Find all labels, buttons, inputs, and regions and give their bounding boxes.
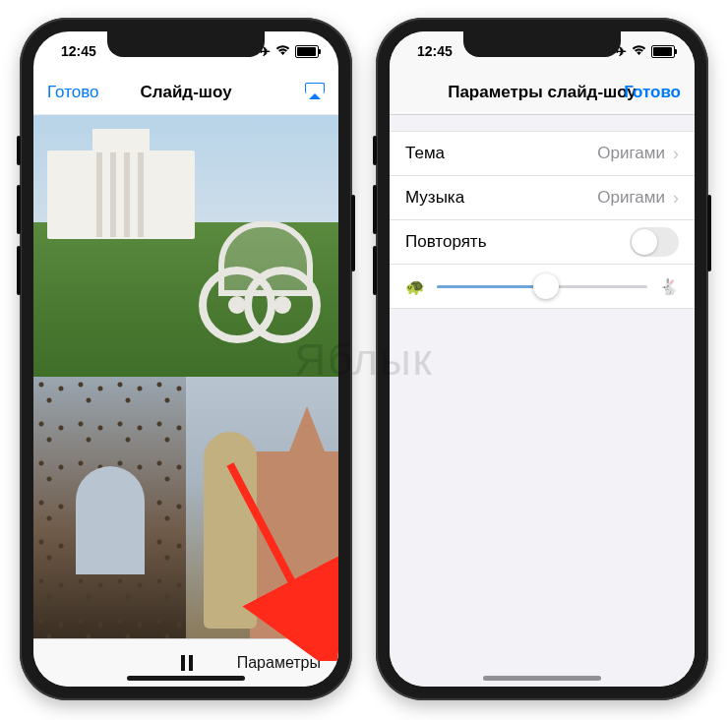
phone-right: 12:45 ✈︎ Параметры слайд-шоу Готово Тема bbox=[376, 18, 708, 700]
photo-2 bbox=[33, 377, 186, 638]
page-title: Слайд-шоу bbox=[126, 83, 246, 102]
done-button[interactable]: Готово bbox=[47, 83, 126, 102]
airplay-icon bbox=[305, 83, 325, 98]
chevron-right-icon: › bbox=[673, 144, 679, 164]
nav-bar: Параметры слайд-шоу Готово bbox=[390, 71, 695, 115]
airplay-button[interactable] bbox=[246, 83, 325, 102]
page-title: Параметры слайд-шоу bbox=[448, 83, 637, 102]
battery-icon bbox=[651, 45, 675, 58]
wifi-icon bbox=[632, 43, 646, 59]
notch bbox=[463, 31, 621, 57]
options-button[interactable]: Параметры bbox=[237, 654, 321, 672]
pause-button[interactable] bbox=[181, 655, 193, 671]
row-label: Музыка bbox=[405, 188, 597, 208]
repeat-toggle[interactable] bbox=[630, 227, 679, 257]
settings-list: Тема Оригами › Музыка Оригами › Повторят… bbox=[390, 131, 695, 309]
wifi-icon bbox=[275, 43, 290, 59]
row-label: Повторять bbox=[405, 232, 630, 252]
row-repeat: Повторять bbox=[390, 220, 695, 265]
slider-thumb[interactable] bbox=[533, 273, 559, 299]
battery-icon bbox=[295, 45, 319, 58]
row-theme[interactable]: Тема Оригами › bbox=[390, 131, 695, 176]
phone-left: 12:45 ✈︎ Готово Слайд-шоу bbox=[20, 18, 352, 700]
notch bbox=[107, 31, 265, 57]
home-indicator[interactable] bbox=[127, 676, 245, 681]
row-speed: 🐢 🐇 bbox=[390, 265, 695, 309]
nav-bar: Готово Слайд-шоу bbox=[33, 71, 338, 115]
row-music[interactable]: Музыка Оригами › bbox=[390, 176, 695, 220]
home-indicator[interactable] bbox=[483, 676, 601, 681]
photo-1 bbox=[33, 115, 338, 377]
row-label: Тема bbox=[405, 144, 597, 163]
rabbit-icon: 🐇 bbox=[659, 277, 679, 296]
speed-slider[interactable] bbox=[437, 285, 647, 288]
slider-fill bbox=[437, 285, 546, 288]
row-value: Оригами bbox=[597, 144, 665, 163]
photo-3 bbox=[186, 377, 338, 638]
turtle-icon: 🐢 bbox=[405, 277, 425, 296]
status-time: 12:45 bbox=[417, 43, 453, 59]
done-button[interactable]: Готово bbox=[624, 83, 681, 102]
row-value: Оригами bbox=[597, 188, 665, 208]
status-time: 12:45 bbox=[61, 43, 96, 59]
chevron-right-icon: › bbox=[673, 188, 679, 209]
slideshow-preview[interactable] bbox=[33, 115, 338, 638]
